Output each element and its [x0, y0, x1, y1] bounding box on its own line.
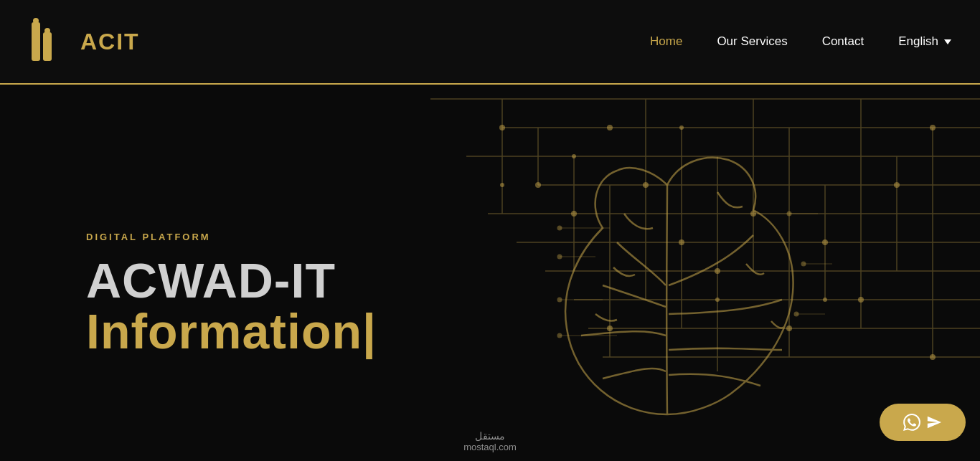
svg-point-28: [499, 125, 505, 130]
svg-point-36: [786, 325, 792, 331]
svg-point-31: [607, 125, 613, 130]
svg-point-39: [894, 182, 900, 188]
svg-point-57: [557, 298, 562, 303]
svg-point-34: [715, 268, 720, 274]
svg-point-3: [44, 28, 50, 34]
watermark-url: mostaql.com: [463, 442, 517, 452]
svg-point-33: [679, 239, 684, 245]
svg-point-37: [822, 239, 828, 245]
svg-point-42: [572, 154, 576, 158]
svg-point-32: [643, 182, 649, 188]
nav-links: Home Our Services Contact English: [650, 34, 951, 49]
svg-point-61: [794, 312, 799, 317]
svg-point-40: [930, 125, 936, 130]
svg-point-43: [607, 325, 613, 331]
logo[interactable]: ACIT: [29, 16, 140, 67]
hero-content: DIGITAL PLATFORM ACWAD-IT Information|: [0, 189, 377, 358]
svg-point-56: [557, 255, 562, 260]
hero-title-line2: Information|: [86, 306, 377, 357]
hero-section: DIGITAL PLATFORM ACWAD-IT Information| م…: [0, 85, 980, 461]
watermark: مستقل mostaql.com: [463, 430, 517, 452]
svg-point-60: [801, 262, 806, 267]
navbar: ACIT Home Our Services Contact English: [0, 0, 980, 85]
svg-point-59: [787, 212, 792, 217]
nav-our-services[interactable]: Our Services: [717, 34, 787, 49]
nav-contact[interactable]: Contact: [822, 34, 864, 49]
hero-title-line1: ACWAD-IT: [86, 255, 377, 306]
chevron-down-icon: [944, 39, 951, 44]
whatsapp-icon: [903, 414, 920, 431]
svg-rect-0: [32, 22, 40, 61]
svg-point-38: [858, 297, 864, 303]
svg-point-46: [823, 298, 827, 302]
svg-point-58: [557, 333, 562, 338]
nav-language[interactable]: English: [898, 34, 951, 49]
svg-point-29: [535, 182, 541, 188]
watermark-arabic: مستقل: [463, 430, 517, 442]
nav-home[interactable]: Home: [650, 34, 682, 49]
floating-buttons: [880, 404, 966, 441]
svg-point-44: [679, 125, 684, 130]
svg-point-45: [715, 298, 720, 302]
svg-point-30: [571, 211, 577, 217]
logo-text: ACIT: [80, 29, 140, 55]
svg-point-47: [930, 354, 936, 360]
whatsapp-send-button[interactable]: [880, 404, 966, 441]
svg-point-35: [750, 211, 756, 217]
svg-rect-1: [43, 32, 52, 61]
hero-subtitle: DIGITAL PLATFORM: [86, 232, 377, 242]
svg-point-41: [500, 183, 504, 187]
logo-icon: [29, 16, 72, 67]
svg-point-55: [557, 226, 562, 231]
svg-point-2: [33, 18, 39, 24]
language-label: English: [898, 34, 938, 49]
send-icon: [926, 414, 942, 430]
